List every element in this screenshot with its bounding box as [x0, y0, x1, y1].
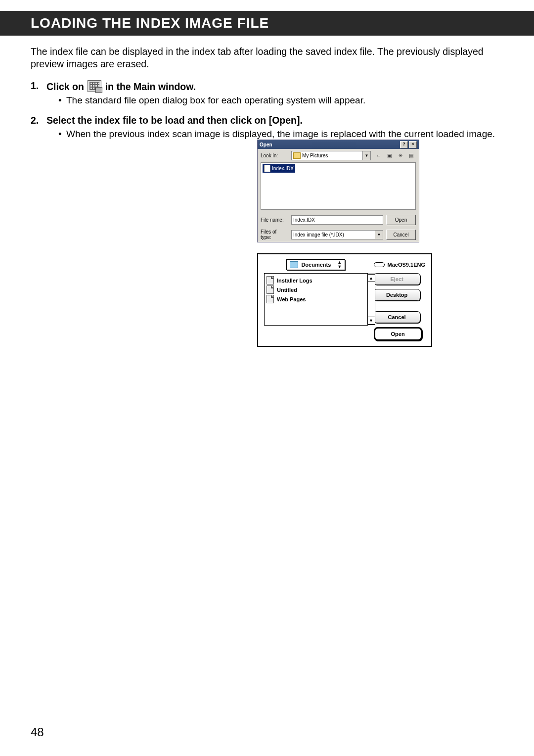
help-button[interactable]: ?: [400, 141, 408, 148]
close-button[interactable]: ×: [409, 141, 417, 148]
cancel-button[interactable]: Cancel: [386, 230, 416, 240]
windows-open-dialog: Open ? × Look in: My Pictures ▼ ← ▣ ✳ ▤: [257, 140, 419, 242]
document-icon: [267, 276, 274, 284]
file-name-value: Index.IDX: [293, 217, 315, 223]
chevron-down-icon[interactable]: ▼: [375, 231, 383, 239]
list-item[interactable]: Web Pages: [267, 294, 365, 304]
index-load-icon: [88, 80, 101, 92]
open-button-label: Open: [395, 217, 407, 223]
document-icon: [264, 165, 270, 172]
step1-text-before: Click on: [46, 81, 87, 92]
desktop-button[interactable]: Desktop: [374, 289, 420, 301]
document-icon: [267, 285, 274, 294]
up-down-icon: ▲▼: [334, 260, 342, 269]
document-icon: [267, 295, 274, 303]
list-item-label: Untitled: [277, 287, 297, 293]
file-name-input[interactable]: Index.IDX: [291, 215, 383, 225]
disk-name: MacOS9.1ENG: [388, 262, 425, 268]
cancel-button-label: Cancel: [388, 314, 406, 320]
win-dialog-title: Open: [260, 142, 272, 147]
page-number: 48: [31, 725, 44, 739]
mac-open-dialog: Documents ▲▼ MacOS9.1ENG Installer Logs …: [257, 253, 432, 347]
eject-button[interactable]: Eject: [374, 273, 420, 285]
step2-text: Select the index file to be load and the…: [46, 115, 503, 126]
folder-icon: [290, 261, 298, 268]
open-button[interactable]: Open: [374, 327, 422, 341]
open-button[interactable]: Open: [386, 215, 416, 225]
look-in-label: Look in:: [261, 153, 288, 158]
open-button-label: Open: [391, 331, 405, 337]
files-of-type-combo[interactable]: Index image file (*.IDX) ▼: [291, 230, 383, 239]
step1-text-after: in the Main window.: [105, 81, 196, 92]
file-name-label: File name:: [261, 217, 288, 223]
cancel-button[interactable]: Cancel: [374, 311, 420, 323]
page-title: LOADING THE INDEX IMAGE FILE: [0, 11, 534, 36]
mac-file-list[interactable]: Installer Logs Untitled Web Pages ▲ ▼: [264, 273, 368, 326]
views-icon[interactable]: ▤: [406, 151, 416, 160]
step1-number: 1.: [31, 80, 46, 92]
intro-text: The index file can be displayed in the i…: [31, 46, 503, 71]
files-of-type-value: Index image file (*.IDX): [293, 232, 344, 237]
selected-file-item[interactable]: Index.IDX: [263, 164, 295, 173]
folder-icon: [293, 152, 301, 159]
scroll-up-icon[interactable]: ▲: [368, 274, 375, 282]
up-one-level-icon[interactable]: ▣: [385, 151, 394, 160]
list-item[interactable]: Untitled: [267, 285, 365, 294]
look-in-value: My Pictures: [302, 153, 328, 158]
step2-bullet: When the previous index scan image is di…: [58, 128, 503, 141]
folder-popup-label: Documents: [301, 262, 331, 268]
scrollbar[interactable]: ▲ ▼: [367, 274, 375, 325]
chevron-down-icon[interactable]: ▼: [362, 151, 370, 160]
desktop-button-label: Desktop: [386, 292, 407, 298]
step2-number: 2.: [31, 115, 46, 126]
disk-label: MacOS9.1ENG: [374, 259, 425, 270]
back-icon[interactable]: ←: [374, 151, 383, 160]
list-item-label: Installer Logs: [277, 278, 312, 284]
divider: [374, 306, 425, 306]
cancel-button-label: Cancel: [393, 232, 408, 237]
file-list[interactable]: Index.IDX: [261, 162, 416, 210]
list-item-label: Web Pages: [277, 296, 306, 302]
folder-popup[interactable]: Documents ▲▼: [286, 259, 345, 270]
step1-bullet: The standard file open dialog box for ea…: [58, 94, 503, 107]
files-of-type-label: Files of type:: [261, 229, 288, 240]
eject-button-label: Eject: [390, 276, 403, 282]
scroll-down-icon[interactable]: ▼: [368, 317, 375, 325]
selected-file-label: Index.IDX: [272, 166, 294, 171]
look-in-combo[interactable]: My Pictures ▼: [291, 151, 371, 160]
list-item[interactable]: Installer Logs: [267, 276, 365, 285]
new-folder-icon[interactable]: ✳: [396, 151, 405, 160]
disk-icon: [374, 262, 385, 267]
